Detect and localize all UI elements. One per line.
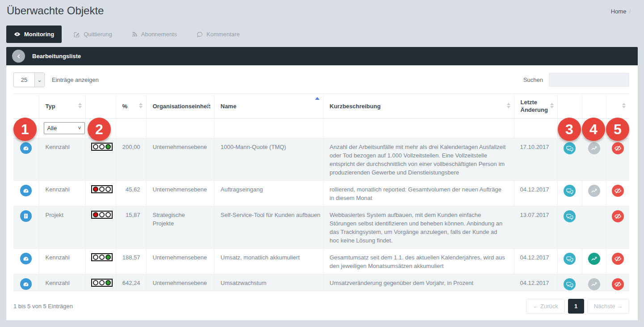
row-org: Unternehmensebene [153,144,207,150]
traffic-light-icon [91,253,113,261]
row-org: Unternehmensebene [153,254,207,261]
column-label: Kurzbeschreibung [330,103,381,110]
next-page-button[interactable]: Nächste → [587,299,629,314]
chart-button[interactable] [588,278,600,290]
row-changed: 04.12.2017 [520,186,549,193]
document-icon [20,210,32,222]
breadcrumb: Home/ [611,8,631,15]
tab-kommentare[interactable]: Kommentare [189,25,247,43]
column-typ[interactable]: Typ [39,94,85,119]
row-changed: 04.12.2017 [520,254,549,261]
comments-button[interactable] [564,253,576,265]
page-size-select[interactable]: 25 ⌄ [13,72,45,87]
search-area: Suchen [523,73,629,87]
row-type: Kennzahl [46,144,70,150]
rss-icon [132,31,138,37]
unwatch-button[interactable] [612,185,624,197]
type-filter-select[interactable]: Alle ˅ [44,122,85,134]
panel-header: Bearbeitungsliste [6,47,638,65]
tab-monitoring[interactable]: Monitoring [6,25,62,43]
unwatch-button[interactable] [612,278,624,290]
breadcrumb-home[interactable]: Home [611,8,627,15]
comment-icon [197,31,203,38]
column-hide[interactable] [606,94,629,119]
type-filter-value: Alle [47,125,57,132]
sort-icon[interactable] [507,103,510,108]
tab-label: Monitoring [24,31,54,38]
row-org: Strategische Projekte [153,212,185,227]
unwatch-button[interactable] [612,253,624,265]
prev-page-button[interactable]: ← Zurück [526,299,564,314]
column-comments [557,94,582,119]
comments-button[interactable] [564,185,576,197]
column-label: % [122,103,128,110]
tab-label: Kommentare [206,31,240,38]
sort-asc-icon[interactable] [315,97,320,100]
column-name[interactable]: Name [214,94,323,119]
column-percent[interactable]: % [116,94,146,119]
row-percent: 45,62 [126,186,140,193]
column-kurzbeschreibung[interactable]: Kurzbeschreibung [323,94,514,119]
back-button[interactable] [12,50,25,63]
sort-icon[interactable] [78,103,82,108]
column-label: Organisationseinheit [153,103,210,110]
comments-button[interactable] [564,278,576,290]
results-info: 1 bis 5 von 5 Einträgen [13,303,73,310]
callout-2: 2 [88,118,111,141]
table-row: Kennzahl642,24UnternehmensebeneUmsatzwac… [13,274,629,291]
row-name: 1000-Mann-Quote (TMQ) [221,144,286,150]
search-input[interactable] [549,73,629,87]
column-label: Name [221,103,236,110]
sort-icon[interactable] [139,103,143,108]
row-org: Unternehmensebene [153,280,207,286]
pagination: ← Zurück 1 Nächste → [526,299,629,314]
sort-icon[interactable] [550,103,554,108]
comments-button[interactable] [564,210,576,222]
callout-5: 5 [606,118,629,141]
gauge-icon [20,253,32,264]
tab-quittierung[interactable]: Quittierung [66,25,120,43]
chevron-down-icon: ⌄ [34,73,44,87]
column-organisationseinheit[interactable]: Organisationseinheit [146,94,214,119]
row-percent: 15,87 [126,212,140,218]
panel-title: Bearbeitungsliste [32,53,81,59]
chart-button[interactable] [588,142,600,154]
tab-abonnements[interactable]: Abonnements [124,25,185,43]
entries-label: Einträge anzeigen [52,76,99,83]
column-icon [13,94,39,119]
tab-label: Quittierung [84,31,112,38]
traffic-light-icon [91,211,113,219]
traffic-light-icon [91,143,113,151]
row-percent: 200,00 [122,144,140,150]
row-type: Kennzahl [46,254,70,261]
table-body: Kennzahl200,00Unternehmensebene1000-Mann… [13,138,629,291]
row-changed: 04.12.2017 [520,280,549,286]
sort-icon[interactable] [207,103,210,108]
table-row: Projekt15,87Strategische ProjekteSelf-Se… [13,206,629,249]
chevron-left-icon [16,54,21,59]
column-letzte-aenderung[interactable]: Letzte Änderung [514,94,557,119]
unwatch-button[interactable] [612,142,624,154]
page-1-button[interactable]: 1 [568,299,584,314]
row-name: Auftragseingang [221,186,263,193]
row-name: Umsatzwachstum [221,280,267,286]
column-label: Letzte Änderung [521,99,548,113]
table-row: Kennzahl45,62UnternehmensebeneAuftragsei… [13,181,629,206]
chart-button[interactable] [588,253,600,265]
row-changed: 17.10.2017 [520,144,549,150]
search-label: Suchen [523,76,543,83]
unwatch-button[interactable] [612,210,624,222]
sort-icon[interactable] [622,103,626,108]
gauge-icon [20,185,32,196]
comments-button[interactable] [564,142,576,154]
tab-label: Abonnements [141,31,177,38]
row-desc: Gesamtumsatz seit dem 1.1. des aktuellen… [330,254,505,269]
table-footer: 1 bis 5 von 5 Einträgen ← Zurück 1 Nächs… [13,299,629,314]
chart-button[interactable] [588,185,600,197]
row-type: Kennzahl [46,186,70,193]
row-percent: 188,57 [122,254,140,261]
gauge-icon [20,278,32,290]
row-org: Unternehmensebene [153,186,207,193]
callout-1: 1 [13,118,37,141]
gauge-icon [20,142,32,154]
